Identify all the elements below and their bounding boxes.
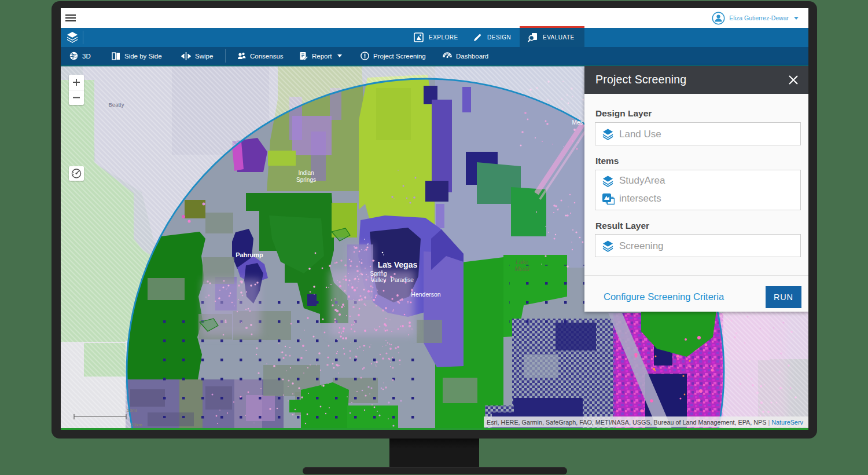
svg-text:Beatty: Beatty <box>109 101 124 108</box>
svg-text:Spring: Spring <box>370 271 387 277</box>
svg-text:Mes: Mes <box>572 119 583 126</box>
svg-text:Lake: Lake <box>516 259 528 265</box>
svg-text:Indian: Indian <box>298 170 314 176</box>
svg-text:Esri, HERE, Garmin, SafeGraph,: Esri, HERE, Garmin, SafeGraph, FAO, METI… <box>487 419 803 426</box>
svg-text:Mead: Mead <box>514 266 529 272</box>
svg-text:Valley: Valley <box>371 277 387 283</box>
svg-text:Paradise: Paradise <box>391 277 414 283</box>
svg-text:10mi: 10mi <box>127 408 137 413</box>
svg-text:Las Vegas: Las Vegas <box>378 260 418 269</box>
svg-text:Pahrump: Pahrump <box>236 251 263 258</box>
svg-text:Henderson: Henderson <box>411 291 441 298</box>
svg-text:Springs: Springs <box>296 177 316 183</box>
svg-text:20km: 20km <box>131 422 142 427</box>
